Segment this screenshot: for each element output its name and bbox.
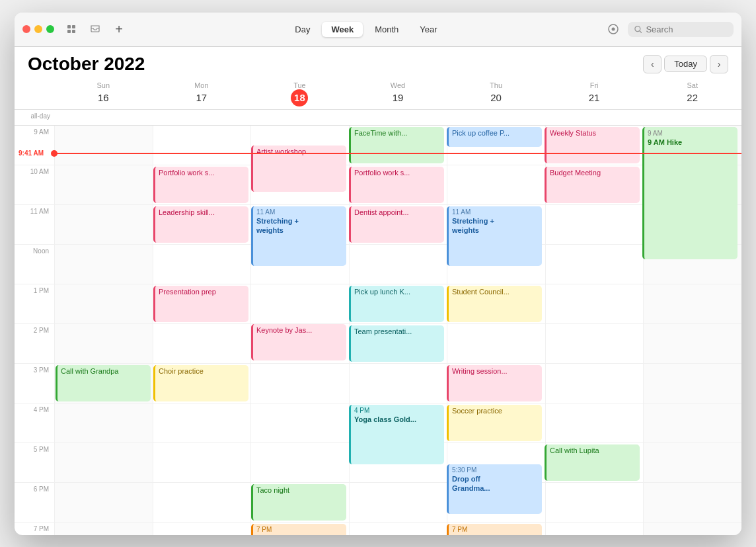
svg-point-5: [612, 28, 615, 31]
weekly-status-event[interactable]: Weekly Status: [545, 127, 640, 163]
portfolio-mon-event[interactable]: Portfolio work s...: [153, 167, 248, 203]
cell-sun-6[interactable]: [54, 483, 153, 523]
day-header-fri: Fri 21: [545, 79, 644, 109]
cell-sun-10[interactable]: [54, 165, 153, 205]
week-view-button[interactable]: Week: [322, 22, 363, 37]
focus-button[interactable]: [604, 20, 623, 38]
taco-night-event[interactable]: Taco night: [251, 484, 346, 521]
cell-fri-7[interactable]: [545, 523, 644, 535]
cell-fri-4[interactable]: [545, 403, 644, 443]
facetime-event[interactable]: FaceTime with...: [349, 127, 444, 163]
portfolio-wed-event[interactable]: Portfolio work s...: [349, 167, 444, 203]
cell-sat-4[interactable]: [643, 403, 741, 443]
hike-event[interactable]: 9 AM 9 AM Hike: [642, 127, 737, 259]
student-council-event[interactable]: Student Council...: [447, 286, 542, 322]
day-view-button[interactable]: Day: [285, 22, 319, 37]
time-10am: 10 AM: [15, 165, 54, 205]
cell-fri-noon[interactable]: [545, 245, 644, 284]
cell-mon-5[interactable]: [153, 443, 251, 483]
cell-sun-4[interactable]: [54, 403, 153, 443]
leadership-event[interactable]: Leadership skill...: [153, 206, 248, 243]
close-button[interactable]: [22, 25, 30, 33]
allday-thu: [447, 110, 545, 125]
cell-mon-2[interactable]: [153, 324, 251, 364]
cell-sat-6[interactable]: [643, 483, 741, 523]
prev-button[interactable]: ‹: [643, 55, 662, 73]
budget-meeting-event[interactable]: Budget Meeting: [545, 167, 640, 203]
cell-sat-5[interactable]: [643, 443, 741, 483]
cell-mon-7[interactable]: [153, 523, 251, 535]
allday-mon: [153, 110, 251, 125]
cell-sun-9[interactable]: [54, 126, 153, 165]
yoga-class-event[interactable]: 4 PM Yoga class Gold...: [349, 405, 444, 464]
search-input[interactable]: [646, 24, 727, 34]
cell-tue-3[interactable]: [250, 364, 349, 403]
cell-sat-7[interactable]: [643, 523, 741, 535]
cell-fri-11[interactable]: [545, 205, 644, 245]
cell-mon-4[interactable]: [153, 403, 251, 443]
cell-sun-2[interactable]: [54, 324, 153, 364]
cell-sat-2[interactable]: [643, 324, 741, 364]
presentation-prep-event[interactable]: Presentation prep: [153, 286, 248, 322]
calendar-list-button[interactable]: [62, 20, 81, 38]
cell-wed-3[interactable]: [349, 364, 447, 403]
choir-practice-event[interactable]: Choir practice: [153, 365, 248, 401]
call-grandpa-event[interactable]: Call with Grandpa: [56, 365, 151, 401]
time-2pm: 2 PM: [15, 324, 54, 364]
drop-off-grandma-event[interactable]: 5:30 PM Drop offGrandma...: [447, 464, 542, 514]
dentist-event[interactable]: Dentist appoint...: [349, 206, 444, 243]
minimize-button[interactable]: [34, 25, 42, 33]
keynote-event[interactable]: Keynote by Jas...: [251, 324, 346, 360]
cell-sat-1[interactable]: [643, 284, 741, 324]
cell-thu-2[interactable]: [447, 324, 545, 364]
month-view-button[interactable]: Month: [365, 22, 408, 37]
day-headers: Sun 16 Mon 17 Tue 18 Wed 19 Thu 20 Fri 2…: [15, 79, 741, 110]
maximize-button[interactable]: [46, 25, 54, 33]
stretching-thu-event[interactable]: 11 AM Stretching +weights: [447, 206, 542, 266]
homework-thu-event[interactable]: 7 PM Homework help: [447, 524, 542, 535]
cell-sat-3[interactable]: [643, 364, 741, 403]
cell-wed-noon[interactable]: [349, 245, 447, 284]
cell-sun-noon[interactable]: [54, 245, 153, 284]
today-button[interactable]: Today: [664, 56, 707, 72]
time-grid: 9 AM 10 AM 11 AM: [15, 126, 741, 535]
cell-mon-6[interactable]: [153, 483, 251, 523]
day-header-mon: Mon 17: [153, 79, 251, 109]
pickup-lunch-event[interactable]: Pick up lunch K...: [349, 286, 444, 322]
cell-fri-6[interactable]: [545, 483, 644, 523]
pickup-coffee-event[interactable]: Pick up coffee P...: [447, 127, 542, 147]
writing-session-event[interactable]: Writing session...: [447, 365, 542, 401]
day-header-thu: Thu 20: [447, 79, 545, 109]
inbox-button[interactable]: [86, 20, 104, 38]
cell-thu-10[interactable]: [447, 165, 545, 205]
cell-tue-5[interactable]: [250, 443, 349, 483]
svg-rect-0: [67, 25, 71, 28]
homework-tue-event[interactable]: 7 PM Homework help: [251, 524, 346, 535]
cell-fri-3[interactable]: [545, 364, 644, 403]
cell-fri-1[interactable]: [545, 284, 644, 324]
cell-tue-1[interactable]: [250, 284, 349, 324]
cell-mon-9[interactable]: [153, 126, 251, 165]
toolbar-right: [604, 20, 734, 38]
svg-rect-2: [67, 30, 71, 33]
current-time-line: 9:41 AM: [54, 153, 741, 154]
call-lupita-event[interactable]: Call with Lupita: [545, 444, 640, 481]
cell-sun-5[interactable]: [54, 443, 153, 483]
soccer-practice-event[interactable]: Soccer practice: [447, 405, 542, 441]
cell-sun-1[interactable]: [54, 284, 153, 324]
next-button[interactable]: ›: [710, 55, 728, 73]
nav-controls: ‹ Today ›: [643, 55, 728, 73]
cell-sun-7[interactable]: [54, 523, 153, 535]
cell-wed-6[interactable]: [349, 483, 447, 523]
add-event-button[interactable]: +: [110, 20, 128, 38]
stretching-tue-event[interactable]: 11 AM Stretching +weights: [251, 206, 346, 266]
cell-tue-4[interactable]: [250, 403, 349, 443]
team-presentation-event[interactable]: Team presentati...: [349, 325, 444, 362]
cell-mon-noon[interactable]: [153, 245, 251, 284]
allday-sun: [54, 110, 153, 125]
cell-fri-2[interactable]: [545, 324, 644, 364]
cell-sun-11[interactable]: [54, 205, 153, 245]
year-view-button[interactable]: Year: [410, 22, 446, 37]
time-4pm: 4 PM: [15, 403, 54, 443]
cell-wed-7[interactable]: [349, 523, 447, 535]
